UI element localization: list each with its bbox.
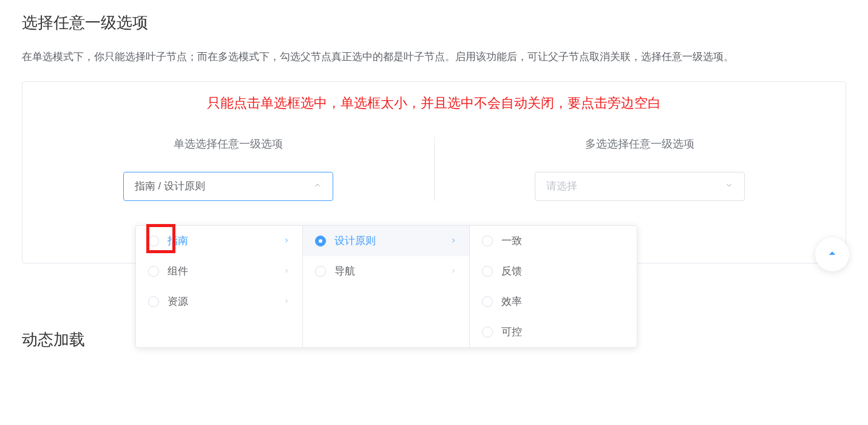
cascader-item-label: 设计原则 — [334, 234, 450, 248]
cascader-dropdown-panel: 指南 组件 资源 — [135, 225, 637, 348]
radio-icon[interactable] — [482, 296, 493, 307]
radio-icon-checked[interactable] — [315, 236, 326, 246]
cascader-item-consistency[interactable]: 一致 — [470, 226, 637, 256]
cascader-menu-3: 一致 反馈 效率 可控 — [470, 226, 637, 347]
page-title: 选择任意一级选项 — [22, 12, 846, 33]
radio-icon[interactable] — [148, 236, 159, 246]
radio-icon[interactable] — [482, 266, 493, 277]
chevron-right-icon — [450, 235, 457, 247]
multi-select-label: 多选选择任意一级选项 — [585, 137, 694, 151]
caret-up-icon — [827, 248, 837, 260]
cascader-item-label: 导航 — [334, 264, 450, 278]
annotation-text: 只能点击单选框选中，单选框太小，并且选中不会自动关闭，要点击旁边空白 — [22, 94, 846, 112]
cascader-item-guide[interactable]: 指南 — [136, 226, 302, 256]
scroll-to-top-button[interactable] — [815, 237, 849, 271]
cascader-item-label: 效率 — [501, 294, 625, 308]
cascader-item-controllable[interactable]: 可控 — [470, 317, 637, 347]
cascader-item-label: 可控 — [501, 325, 625, 339]
chevron-down-icon — [725, 181, 733, 191]
cascader-item-component[interactable]: 组件 — [136, 256, 302, 287]
radio-icon[interactable] — [482, 236, 493, 246]
cascader-menu-2: 设计原则 导航 — [303, 226, 470, 347]
cascader-item-feedback[interactable]: 反馈 — [470, 256, 637, 287]
multi-cascader-placeholder: 请选择 — [546, 179, 577, 193]
chevron-right-icon — [283, 296, 290, 308]
multi-cascader-input[interactable]: 请选择 — [535, 172, 745, 201]
cascader-item-label: 指南 — [168, 234, 283, 248]
chevron-right-icon — [283, 265, 290, 277]
cascader-item-resource[interactable]: 资源 — [136, 287, 302, 317]
page-description: 在单选模式下，你只能选择叶子节点；而在多选模式下，勾选父节点真正选中的都是叶子节… — [22, 48, 846, 67]
single-cascader-value: 指南 / 设计原则 — [135, 179, 205, 193]
cascader-item-label: 组件 — [168, 264, 283, 278]
cascader-item-navigation[interactable]: 导航 — [303, 256, 469, 287]
single-cascader-input[interactable]: 指南 / 设计原则 — [123, 172, 333, 201]
radio-icon[interactable] — [148, 296, 159, 307]
cascader-item-label: 资源 — [168, 294, 283, 308]
radio-icon[interactable] — [148, 266, 159, 277]
cascader-item-efficiency[interactable]: 效率 — [470, 287, 637, 317]
radio-icon[interactable] — [482, 327, 493, 338]
chevron-right-icon — [450, 265, 457, 277]
cascader-item-design-principle[interactable]: 设计原则 — [303, 226, 469, 256]
chevron-up-icon — [313, 181, 322, 191]
cascader-menu-1: 指南 组件 资源 — [136, 226, 303, 347]
radio-icon[interactable] — [315, 266, 326, 277]
demo-container: 只能点击单选框选中，单选框太小，并且选中不会自动关闭，要点击旁边空白 单选选择任… — [22, 81, 846, 264]
single-select-label: 单选选择任意一级选项 — [174, 137, 283, 151]
cascader-item-label: 一致 — [501, 234, 625, 248]
chevron-right-icon — [283, 235, 290, 247]
single-select-column: 单选选择任意一级选项 指南 / 设计原则 指南 — [22, 137, 434, 201]
cascader-item-label: 反馈 — [501, 264, 625, 278]
multi-select-column: 多选选择任意一级选项 请选择 — [434, 137, 846, 201]
